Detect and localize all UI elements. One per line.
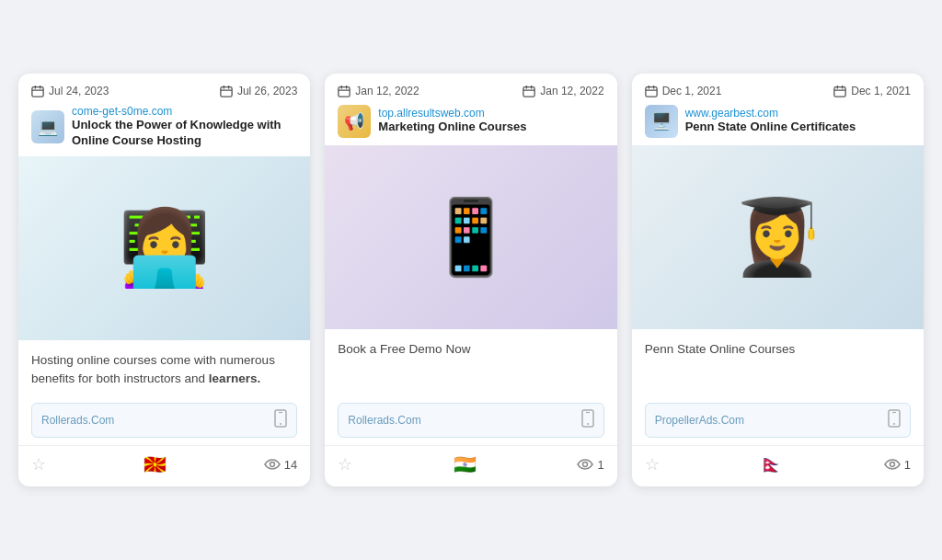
calendar-icon2-2 [523,85,535,97]
view-number-2: 1 [597,458,603,472]
star-button-2[interactable]: ☆ [338,454,352,474]
date-badge-start-1: Jul 24, 2023 [31,85,109,97]
date-badge-end-1: Jul 26, 2023 [220,85,297,97]
card-image-1 [18,156,310,340]
calendar-icon-3 [645,85,658,97]
view-count-3: 1 [884,458,911,472]
date-end-2: Jan 12, 2022 [540,85,603,97]
mobile-icon-1 [274,409,287,431]
svg-rect-16 [523,86,534,97]
date-start-3: Dec 1, 2021 [662,85,722,97]
source-info-1: come-get-s0me.com Unlock the Power of Kn… [72,105,297,149]
cards-container: Jul 24, 2023 Jul 26, 2023 💻 come-get-s0m… [18,74,924,486]
source-icon-3: 🖥️ [645,105,678,138]
mobile-icon-3 [888,409,901,431]
eye-icon-3 [884,459,901,470]
svg-rect-24 [646,86,657,97]
svg-point-11 [270,463,274,467]
svg-rect-28 [834,86,845,97]
source-row-1: 💻 come-get-s0me.com Unlock the Power of … [18,105,310,156]
svg-point-9 [280,423,281,425]
svg-rect-12 [339,86,350,97]
source-row-3: 🖥️ www.gearbest.com Penn State Online Ce… [632,105,924,145]
date-badge-start-3: Dec 1, 2021 [645,85,722,97]
view-number-1: 14 [284,458,297,472]
card-footer-ad-2[interactable]: Rollerads.Com [338,403,603,438]
source-info-3: www.gearbest.com Penn State Online Certi… [685,107,856,135]
eye-icon-2 [577,459,593,470]
date-end-1: Jul 26, 2023 [237,85,297,97]
svg-point-35 [890,463,894,467]
view-number-3: 1 [904,458,911,472]
ad-label-2: Rollerads.Com [348,414,420,427]
source-title-2: Marketing Online Courses [378,120,526,135]
card-actions-1: ☆ 🇲🇰 14 [18,445,310,486]
date-start-2: Jan 12, 2022 [355,85,419,97]
card-header-1: Jul 24, 2023 Jul 26, 2023 [18,74,310,105]
calendar-icon-1 [31,85,44,97]
card-body-1: Hosting online courses come with numerou… [18,340,310,396]
date-badge-end-2: Jan 12, 2022 [523,85,603,97]
date-start-1: Jul 24, 2023 [49,85,109,97]
card-image-3 [632,145,924,329]
star-button-1[interactable]: ☆ [31,454,46,474]
card-description-3: Penn State Online Courses [645,340,911,359]
date-end-3: Dec 1, 2021 [851,85,911,97]
source-title-3: Penn State Online Certificates [685,120,856,135]
flag-1: 🇲🇰 [144,453,167,475]
source-info-2: top.allresultsweb.com Marketing Online C… [378,107,526,135]
view-count-1: 14 [264,458,297,472]
calendar-icon2-3 [833,85,846,97]
svg-point-23 [583,463,588,467]
card-description-2: Book a Free Demo Now [338,340,603,359]
eye-icon-1 [264,459,281,470]
card-2: Jan 12, 2022 Jan 12, 2022 📢 top.allresul… [325,74,616,486]
source-icon-2: 📢 [338,105,371,138]
ad-label-1: Rollerads.Com [41,414,114,427]
svg-point-21 [587,423,589,425]
source-icon-1: 💻 [31,110,64,143]
card-body-2: Book a Free Demo Now [325,329,616,395]
svg-rect-4 [221,86,232,97]
flag-3: 🇳🇵 [760,453,783,475]
card-footer-ad-1[interactable]: Rollerads.Com [31,403,297,438]
source-title-1: Unlock the Power of Knowledge with Onlin… [72,118,297,149]
card-description-1: Hosting online courses come with numerou… [31,351,297,389]
card-actions-3: ☆ 🇳🇵 1 [632,445,924,486]
card-header-2: Jan 12, 2022 Jan 12, 2022 [325,74,616,105]
source-url-1[interactable]: come-get-s0me.com [72,105,297,118]
source-url-2[interactable]: top.allresultsweb.com [378,107,526,120]
calendar-icon2-1 [220,85,233,97]
ad-label-3: PropellerAds.Com [655,414,744,427]
card-body-3: Penn State Online Courses [632,329,924,395]
star-button-3[interactable]: ☆ [645,454,660,474]
calendar-icon-2 [338,85,350,97]
mobile-icon-2 [581,409,594,431]
date-badge-end-3: Dec 1, 2021 [833,85,911,97]
date-badge-start-2: Jan 12, 2022 [338,85,419,97]
source-url-3[interactable]: www.gearbest.com [685,107,856,120]
source-row-2: 📢 top.allresultsweb.com Marketing Online… [325,105,616,145]
card-3: Dec 1, 2021 Dec 1, 2021 🖥️ www.gearbest.… [632,74,924,486]
card-actions-2: ☆ 🇮🇳 1 [325,445,616,486]
card-image-2 [325,145,616,329]
card-footer-ad-3[interactable]: PropellerAds.Com [645,403,911,438]
card-header-3: Dec 1, 2021 Dec 1, 2021 [632,74,924,105]
svg-rect-0 [32,86,43,97]
flag-2: 🇮🇳 [454,453,477,475]
svg-point-33 [893,423,895,425]
card-1: Jul 24, 2023 Jul 26, 2023 💻 come-get-s0m… [18,74,310,486]
view-count-2: 1 [577,458,603,472]
